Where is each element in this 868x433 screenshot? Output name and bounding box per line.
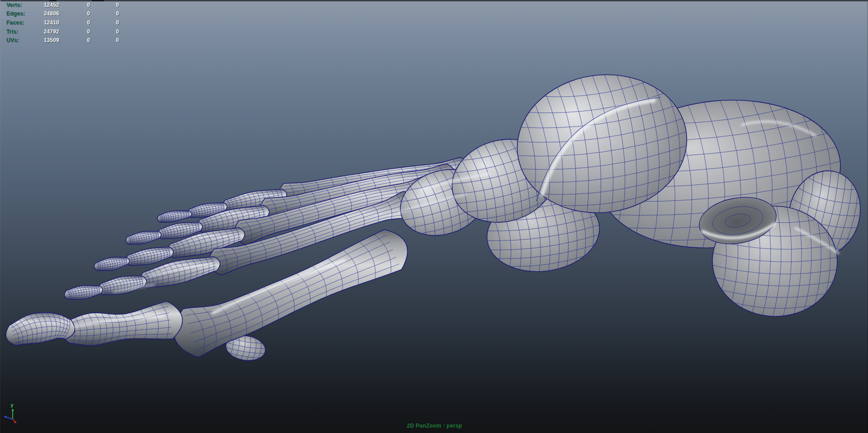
hud-row: UVs:1350900 [6, 36, 119, 45]
poly-count-hud: Verts:1245200Edges:2480600Faces:1241000T… [6, 0, 119, 45]
hud-value: 13509 [39, 37, 59, 43]
hud-label: UVs: [6, 37, 39, 43]
hud-value: 0 [90, 19, 119, 26]
hud-value: 24806 [39, 10, 59, 17]
maya-3d-viewport[interactable]: Verts:1245200Edges:2480600Faces:1241000T… [0, 0, 868, 433]
hud-value: 0 [90, 37, 119, 43]
hud-label: Faces: [6, 19, 39, 26]
hud-value: 0 [59, 19, 90, 26]
hud-value: 0 [90, 28, 119, 35]
axis-y-label: y [11, 402, 14, 408]
hud-label: Tris: [6, 28, 39, 35]
hud-value: 0 [59, 10, 90, 17]
hud-value: 12410 [39, 19, 59, 26]
hud-value: 24792 [39, 28, 59, 35]
hud-row: Verts:1245200 [6, 0, 119, 9]
hud-label: Verts: [6, 2, 39, 8]
hud-value: 0 [59, 37, 90, 43]
hud-label: Edges: [6, 10, 39, 17]
hud-value: 0 [59, 28, 90, 35]
view-axis-gizmo: y [0, 401, 33, 430]
hud-value: 12452 [39, 2, 59, 8]
hud-value: 0 [59, 2, 90, 8]
hud-row: Tris:2479200 [6, 27, 119, 36]
viewport-top-edge [0, 0, 868, 1]
hud-row: Faces:1241000 [6, 18, 119, 27]
hud-value: 0 [90, 2, 119, 8]
foot-skeleton-model [0, 0, 868, 433]
camera-label: 2D PanZoom : persp [407, 423, 462, 429]
hud-row: Edges:2480600 [6, 9, 119, 19]
hud-value: 0 [90, 10, 119, 17]
